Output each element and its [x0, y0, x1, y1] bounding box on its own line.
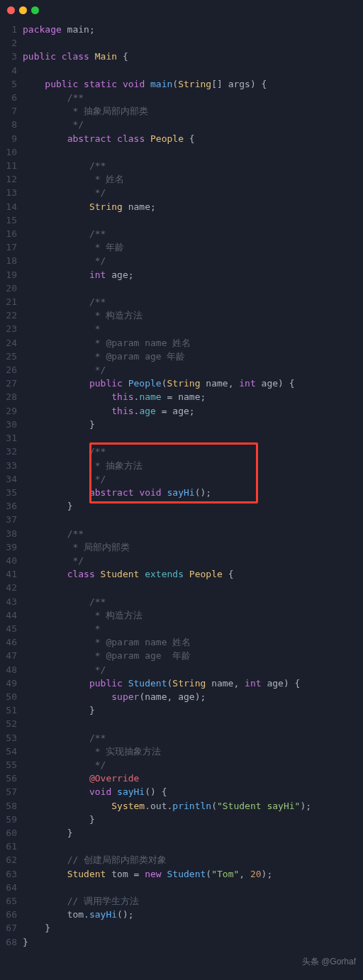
line-number: 56 — [0, 772, 23, 785]
line-content: public People(String name, int age) { — [23, 377, 363, 390]
code-line: 42 — [0, 581, 363, 594]
line-number: 26 — [0, 363, 23, 377]
line-content — [23, 717, 363, 730]
code-line: 8 */ — [0, 118, 363, 131]
line-number: 47 — [0, 649, 23, 662]
window-titlebar — [0, 0, 363, 20]
code-line: 55 */ — [0, 758, 363, 772]
code-line: 47 * @param age 年龄 — [0, 649, 363, 662]
line-content — [23, 513, 363, 526]
line-content: } — [23, 703, 363, 717]
line-number: 40 — [0, 554, 23, 567]
line-number: 31 — [0, 431, 23, 445]
line-number: 63 — [0, 867, 23, 881]
line-number: 28 — [0, 390, 23, 403]
line-number: 38 — [0, 527, 23, 540]
line-number: 51 — [0, 703, 23, 717]
line-number: 16 — [0, 227, 23, 240]
line-number: 7 — [0, 104, 23, 118]
line-number: 19 — [0, 268, 23, 282]
line-content: * 年龄 — [23, 240, 363, 254]
code-line: 20 — [0, 282, 363, 295]
line-number: 29 — [0, 404, 23, 418]
code-line: 4 — [0, 64, 363, 77]
line-content: * 实现抽象方法 — [23, 745, 363, 758]
code-line: 24 * @param name 姓名 — [0, 336, 363, 350]
line-number: 10 — [0, 145, 23, 159]
code-line: 16 /** — [0, 227, 363, 240]
minimize-icon[interactable] — [19, 6, 27, 14]
line-content: abstract void sayHi(); — [23, 486, 363, 499]
line-number: 18 — [0, 254, 23, 267]
line-number: 17 — [0, 240, 23, 254]
line-content: * 姓名 — [23, 172, 363, 186]
line-number: 5 — [0, 77, 23, 91]
line-content: this.name = name; — [23, 390, 363, 403]
line-number: 21 — [0, 295, 23, 308]
line-content: */ — [23, 254, 363, 267]
line-content: } — [23, 921, 363, 935]
line-number: 49 — [0, 676, 23, 690]
line-content: /** — [23, 159, 363, 172]
zoom-icon[interactable] — [31, 6, 39, 14]
code-line: 41 class Student extends People { — [0, 567, 363, 581]
code-line: 23 * — [0, 322, 363, 335]
line-number: 34 — [0, 472, 23, 486]
line-content: class Student extends People { — [23, 567, 363, 581]
line-number: 15 — [0, 213, 23, 227]
line-content: * 抽象局部内部类 — [23, 104, 363, 118]
line-content: System.out.println("Student sayHi"); — [23, 799, 363, 813]
line-number: 67 — [0, 921, 23, 935]
code-line: 14 String name; — [0, 200, 363, 213]
line-number: 24 — [0, 336, 23, 350]
line-number: 53 — [0, 731, 23, 745]
line-content: */ — [23, 472, 363, 486]
line-number: 43 — [0, 595, 23, 608]
code-line: 68} — [0, 935, 363, 949]
code-line: 6 /** — [0, 91, 363, 104]
line-number: 23 — [0, 322, 23, 335]
code-line: 48 */ — [0, 663, 363, 676]
line-content: /** — [23, 227, 363, 240]
line-number: 59 — [0, 813, 23, 826]
line-number: 39 — [0, 540, 23, 554]
code-line: 11 /** — [0, 159, 363, 172]
line-content: /** — [23, 91, 363, 104]
line-number: 4 — [0, 64, 23, 77]
code-line: 61 — [0, 840, 363, 853]
line-content: public class Main { — [23, 50, 363, 63]
code-window: 1package main;2 3public class Main {4 5 … — [0, 0, 363, 953]
line-number: 1 — [0, 23, 23, 36]
code-line: 33 * 抽象方法 — [0, 459, 363, 472]
code-line: 22 * 构造方法 — [0, 308, 363, 322]
line-number: 55 — [0, 758, 23, 772]
code-line: 1package main; — [0, 23, 363, 36]
line-content — [23, 213, 363, 227]
line-content: * 抽象方法 — [23, 459, 363, 472]
line-number: 14 — [0, 200, 23, 213]
code-line: 46 * @param name 姓名 — [0, 635, 363, 649]
line-content — [23, 881, 363, 894]
code-line: 36 } — [0, 499, 363, 513]
line-content: */ — [23, 363, 363, 377]
code-line: 10 — [0, 145, 363, 159]
line-content: /** — [23, 731, 363, 745]
line-content — [23, 282, 363, 295]
code-line: 7 * 抽象局部内部类 — [0, 104, 363, 118]
line-content: this.age = age; — [23, 404, 363, 418]
close-icon[interactable] — [7, 6, 15, 14]
line-content: * — [23, 622, 363, 635]
line-number: 62 — [0, 853, 23, 867]
line-content: * @param age 年龄 — [23, 350, 363, 363]
code-line: 9 abstract class People { — [0, 132, 363, 145]
line-number: 46 — [0, 635, 23, 649]
code-line: 60 } — [0, 826, 363, 840]
line-number: 13 — [0, 186, 23, 199]
code-line: 40 */ — [0, 554, 363, 567]
line-content: /** — [23, 295, 363, 308]
code-line: 28 this.name = name; — [0, 390, 363, 403]
line-number: 58 — [0, 799, 23, 813]
line-content: } — [23, 499, 363, 513]
line-content — [23, 36, 363, 50]
code-line: 13 */ — [0, 186, 363, 199]
